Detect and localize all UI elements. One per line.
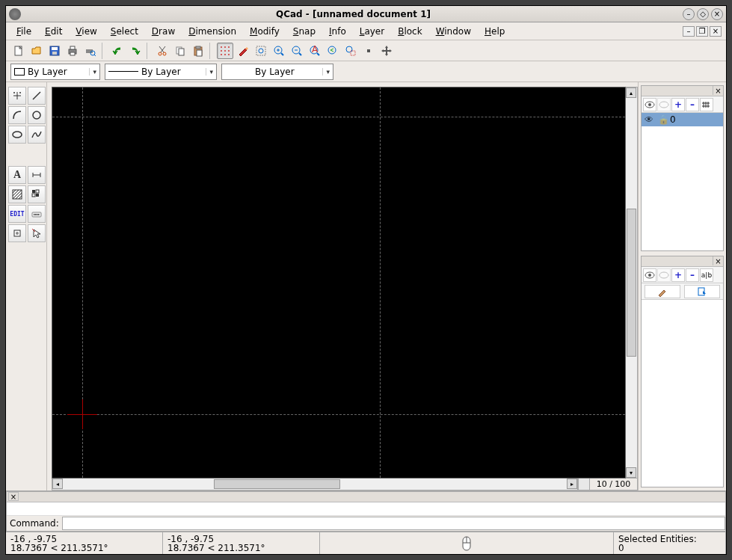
lineweight-combo[interactable]: By Layer▾ [221,64,333,80]
tool-ellipse[interactable] [8,126,26,144]
layer-add-button[interactable]: + [671,98,685,111]
block-show-all-button[interactable] [643,268,656,282]
open-button[interactable] [28,43,45,59]
command-panel-close-button[interactable]: × [8,492,19,501]
svg-point-47 [19,92,21,93]
vertical-scrollbar[interactable]: ▴ ▾ [626,87,638,479]
svg-rect-60 [32,190,35,193]
svg-point-19 [221,46,222,48]
svg-point-49 [33,111,40,119]
layer-remove-button[interactable]: – [686,98,699,111]
zoom-out-button[interactable] [289,43,305,59]
window-title: QCad - [unnamed document 1] [24,9,683,19]
menu-view[interactable]: View [70,24,102,39]
tool-block[interactable] [8,224,26,242]
tool-point[interactable] [8,87,26,105]
block-insert-button[interactable] [684,285,720,298]
tool-hatch[interactable] [8,185,26,203]
svg-line-31 [281,53,283,55]
mdi-close-button[interactable]: × [710,26,722,37]
menu-block[interactable]: Block [392,24,428,39]
tool-spline[interactable] [28,126,46,144]
grid-toggle-button[interactable] [217,43,233,59]
zoom-window-button[interactable] [342,43,359,59]
scroll-right-button[interactable]: ▸ [567,479,577,489]
linetype-combo[interactable]: By Layer▾ [105,64,217,80]
menu-file[interactable]: File [10,24,37,39]
layer-hide-all-button[interactable] [657,98,671,111]
svg-rect-18 [197,50,202,56]
menu-modify[interactable]: Modify [244,24,286,39]
scroll-down-button[interactable]: ▾ [626,467,636,478]
maximize-button[interactable]: ◇ [697,8,709,20]
svg-rect-43 [367,49,370,52]
tool-select[interactable] [28,224,46,242]
tool-text[interactable]: A [8,166,26,184]
menu-draw[interactable]: Draw [146,24,181,39]
menu-help[interactable]: Help [479,24,511,39]
mdi-restore-button[interactable]: ❐ [696,26,708,37]
save-button[interactable] [46,43,63,59]
svg-point-24 [228,50,230,52]
print-preview-button[interactable] [82,43,99,59]
color-combo[interactable]: By Layer▾ [10,64,100,80]
mdi-minimize-button[interactable]: – [683,26,695,37]
tool-dimension[interactable] [28,166,46,184]
zoom-previous-button[interactable] [325,43,341,59]
menu-snap[interactable]: Snap [287,24,322,39]
print-button[interactable] [64,43,81,59]
svg-point-73 [648,103,651,106]
block-edit-button[interactable] [645,285,680,298]
tool-modify[interactable]: EDIT [8,205,26,223]
tool-circle[interactable] [28,106,46,124]
undo-button[interactable] [109,43,126,59]
menu-dimension[interactable]: Dimension [182,24,242,39]
tool-line[interactable] [28,87,46,105]
svg-rect-5 [70,46,75,49]
svg-text:A: A [312,45,319,55]
block-panel-close-button[interactable]: × [713,256,723,265]
zoom-in-button[interactable] [271,43,287,59]
menu-window[interactable]: Window [430,24,477,39]
command-input[interactable] [62,517,725,530]
svg-rect-3 [52,52,57,55]
layer-panel-close-button[interactable]: × [713,86,723,95]
zoom-pan-button[interactable] [360,43,377,59]
copy-button[interactable] [172,43,188,59]
menu-edit[interactable]: Edit [39,24,68,39]
eye-icon: 👁 [645,114,655,125]
scroll-up-button[interactable]: ▴ [626,87,636,98]
block-add-button[interactable]: + [671,268,685,282]
block-rename-button[interactable]: a|b [700,268,713,282]
menu-layer[interactable]: Layer [354,24,390,39]
minimize-button[interactable]: – [683,8,695,20]
menu-select[interactable]: Select [105,24,144,39]
layer-edit-button[interactable] [700,98,713,111]
menu-info[interactable]: Info [323,24,352,39]
redo-button[interactable] [127,43,144,59]
paste-button[interactable] [190,43,206,59]
block-hide-all-button[interactable] [657,268,671,282]
tool-image[interactable] [28,185,46,203]
drawing-canvas[interactable] [52,87,626,479]
redraw-button[interactable] [253,43,269,59]
tool-arc[interactable] [8,106,26,124]
command-output [7,502,725,516]
tool-info[interactable] [28,205,46,223]
layer-show-all-button[interactable] [643,98,656,111]
svg-point-26 [224,54,226,55]
new-button[interactable] [10,43,27,59]
block-remove-button[interactable]: – [686,268,699,282]
svg-point-22 [221,50,222,52]
scroll-left-button[interactable]: ◂ [52,479,63,489]
svg-rect-6 [70,52,75,55]
layer-row-0[interactable]: 👁 🔒 0 [642,113,723,126]
close-button[interactable]: × [711,8,723,20]
zoom-auto-button[interactable]: A [307,43,323,59]
cut-button[interactable] [154,43,170,59]
horizontal-scrollbar[interactable]: ◂ ▸ [52,479,578,490]
pan-button[interactable] [378,43,395,59]
svg-line-56 [13,190,19,196]
svg-point-41 [346,46,352,52]
draft-mode-button[interactable] [235,43,251,59]
